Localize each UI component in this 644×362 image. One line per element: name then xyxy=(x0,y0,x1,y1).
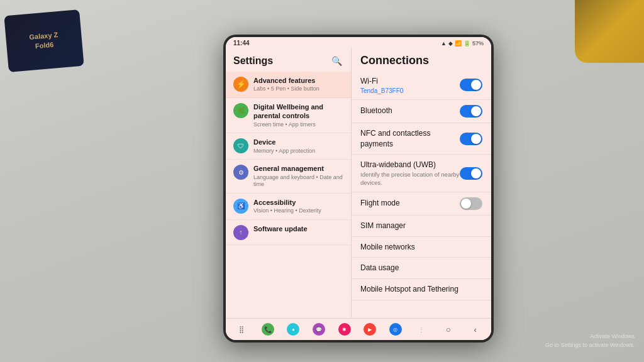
top-right-object xyxy=(575,0,644,63)
nav-home-icon[interactable]: ○ xyxy=(441,322,455,336)
conn-item-sim-manager[interactable]: SIM manager xyxy=(352,216,491,237)
conn-item-flight-mode[interactable]: Flight mode xyxy=(352,192,491,216)
advanced-features-title: Advanced features xyxy=(253,76,343,85)
status-icons: ▲ ◆ 📶 🔋 57% xyxy=(441,40,484,47)
conn-item-mobile-networks[interactable]: Mobile networks xyxy=(352,237,491,258)
bluetooth-toggle[interactable] xyxy=(460,105,482,118)
software-update-icon: ↑ xyxy=(233,225,248,240)
battery-icon: 🔋 xyxy=(464,40,470,47)
device: 11:44 ▲ ◆ 📶 🔋 57% Settings 🔍 ⚡ xyxy=(223,35,494,343)
nav-youtube-icon[interactable]: ▶ xyxy=(364,323,376,336)
nav-samsung-icon[interactable]: ✱ xyxy=(338,323,351,336)
flight-mode-toggle[interactable] xyxy=(460,197,482,210)
uwb-desc: Identify the precise location of nearby … xyxy=(360,171,460,187)
product-box: Galaxy Z Fold6 xyxy=(4,9,84,72)
data-usage-title: Data usage xyxy=(360,263,482,273)
digital-wellbeing-title: Digital Wellbeing and parental controls xyxy=(253,102,343,121)
accessibility-icon: ♿ xyxy=(233,199,248,214)
box-text: Galaxy Z Fold6 xyxy=(25,26,62,55)
settings-item-accessibility[interactable]: ♿ Accessibility Vision • Hearing • Dexte… xyxy=(226,194,351,220)
wifi-toggle[interactable] xyxy=(460,79,482,91)
screen-content: Settings 🔍 ⚡ Advanced features Labs • 5 … xyxy=(226,48,491,318)
general-management-icon: ⚙ xyxy=(233,165,248,180)
settings-item-device[interactable]: 🛡 Device Memory • App protection xyxy=(226,133,351,160)
general-management-title: General management xyxy=(253,164,343,173)
accessibility-title: Accessibility xyxy=(253,198,343,207)
nfc-toggle[interactable] xyxy=(460,133,482,145)
wifi-sub: Tenda_B73FF0 xyxy=(360,87,460,94)
device-icon: 🛡 xyxy=(233,138,248,153)
nav-phone-icon[interactable]: 📞 xyxy=(262,323,274,336)
status-bar: 11:44 ▲ ◆ 📶 🔋 57% xyxy=(226,37,491,48)
accessibility-sub: Vision • Hearing • Dexterity xyxy=(253,207,343,215)
advanced-features-sub: Labs • 5 Pen • Side button xyxy=(253,85,343,93)
device-sub: Memory • App protection xyxy=(253,148,343,155)
nav-circle-icon[interactable]: ◎ xyxy=(389,323,402,336)
software-update-title: Software update xyxy=(253,224,343,233)
uwb-title: Ultra-wideband (UWB) xyxy=(360,160,460,170)
sim-manager-title: SIM manager xyxy=(360,221,482,231)
device-title: Device xyxy=(253,138,343,146)
bluetooth-title: Bluetooth xyxy=(360,106,460,116)
digital-wellbeing-icon: 🌿 xyxy=(233,103,248,118)
uwb-toggle[interactable] xyxy=(460,167,482,180)
conn-item-data-usage[interactable]: Data usage xyxy=(352,258,491,279)
left-pane: Settings 🔍 ⚡ Advanced features Labs • 5 … xyxy=(226,48,352,318)
conn-item-wifi[interactable]: Wi-Fi Tenda_B73FF0 xyxy=(352,71,491,100)
mobile-networks-title: Mobile networks xyxy=(360,242,482,253)
right-pane: Connections Wi-Fi Tenda_B73FF0 Bluetooth xyxy=(352,48,491,318)
conn-item-uwb[interactable]: Ultra-wideband (UWB) Identify the precis… xyxy=(352,155,491,192)
settings-item-advanced-features[interactable]: ⚡ Advanced features Labs • 5 Pen • Side … xyxy=(226,72,351,98)
nav-divider-icon: ⋮ xyxy=(414,322,428,336)
nav-circle-dot-icon[interactable]: ● xyxy=(287,323,299,336)
settings-item-general-management[interactable]: ⚙ General management Language and keyboa… xyxy=(226,160,351,194)
nav-chat-icon[interactable]: 💬 xyxy=(313,323,325,336)
nfc-title: NFC and contactless payments xyxy=(360,128,460,150)
conn-item-nfc[interactable]: NFC and contactless payments xyxy=(352,123,491,155)
connections-title: Connections xyxy=(352,48,491,71)
conn-item-bluetooth[interactable]: Bluetooth xyxy=(352,100,491,123)
general-management-sub: Language and keyboard • Date and time xyxy=(253,174,343,189)
settings-header: Settings 🔍 xyxy=(226,48,351,72)
conn-item-mobile-hotspot[interactable]: Mobile Hotspot and Tethering xyxy=(352,279,491,300)
nav-bar: ⣿ 📞 ● 💬 ✱ ▶ ◎ ⋮ ○ ‹ xyxy=(226,318,491,340)
status-time: 11:44 xyxy=(233,40,250,47)
device-screen: 11:44 ▲ ◆ 📶 🔋 57% Settings 🔍 ⚡ xyxy=(226,37,491,340)
search-button[interactable]: 🔍 xyxy=(330,54,343,68)
flight-mode-title: Flight mode xyxy=(360,198,460,209)
settings-item-software-update[interactable]: ↑ Software update xyxy=(226,220,351,245)
settings-title: Settings xyxy=(233,55,273,67)
wifi-title: Wi-Fi xyxy=(360,76,460,87)
watermark: Activate Windows Go to Settings to activ… xyxy=(545,332,635,349)
nav-apps-icon[interactable]: ⣿ xyxy=(235,322,248,336)
settings-item-digital-wellbeing[interactable]: 🌿 Digital Wellbeing and parental control… xyxy=(226,98,351,133)
digital-wellbeing-sub: Screen time • App timers xyxy=(253,121,343,129)
advanced-features-icon: ⚡ xyxy=(233,77,248,92)
mobile-hotspot-title: Mobile Hotspot and Tethering xyxy=(360,284,482,295)
nav-back-icon[interactable]: ‹ xyxy=(469,322,482,336)
